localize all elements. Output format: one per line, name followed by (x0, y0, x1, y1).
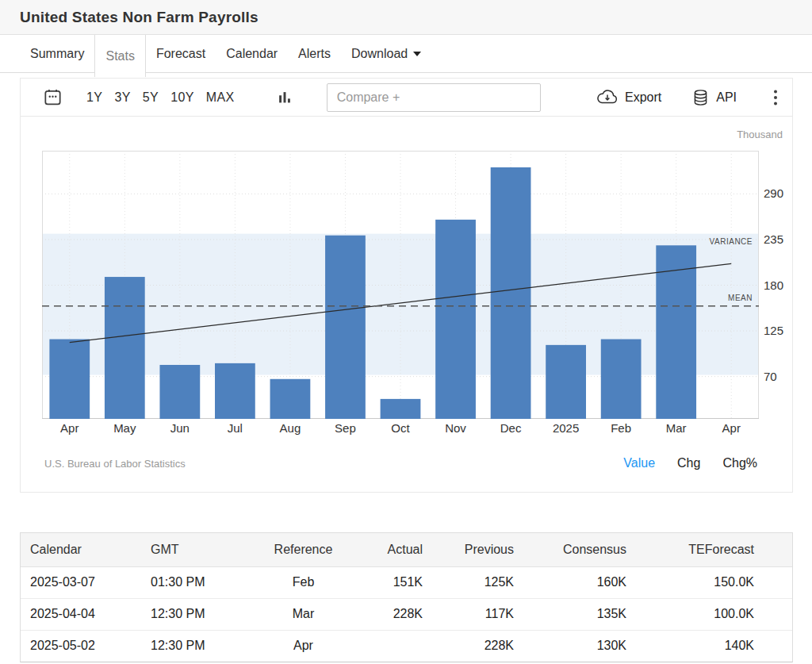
tab-calendar[interactable]: Calendar (216, 35, 288, 73)
chart-bar (215, 363, 255, 419)
chart-svg: VARIANCEMEAN (42, 151, 759, 419)
chart-bar (159, 365, 200, 419)
table-header-row: Calendar GMT Reference Actual Previous C… (21, 533, 792, 566)
chart-bar (435, 220, 476, 419)
y-tick-label: 290 (764, 186, 795, 200)
table-cell: Apr (262, 630, 345, 662)
value-link[interactable]: Value (623, 456, 655, 470)
range-selector: 1Y 3Y 5Y 10Y MAX (86, 90, 235, 105)
range-5y[interactable]: 5Y (143, 90, 159, 105)
chg-link[interactable]: Chg (677, 456, 700, 470)
compare-input[interactable] (327, 83, 541, 112)
calendar-icon (43, 87, 63, 107)
chart-toolbar: 1Y 3Y 5Y 10Y MAX Export (21, 79, 792, 117)
col-header-previous: Previous (432, 533, 523, 566)
table-cell: 01:30 PM (151, 566, 262, 598)
table-cell: 228K (345, 598, 432, 630)
page-title: United States Non Farm Payrolls (20, 9, 259, 26)
x-tick-label: Mar (653, 421, 700, 435)
tab-download[interactable]: Download (341, 35, 431, 73)
x-tick-label: Aug (266, 421, 314, 435)
table-cell: 228K (432, 630, 523, 662)
y-tick-label: 235 (764, 232, 795, 246)
kebab-menu-icon (773, 88, 778, 107)
export-label: Export (625, 90, 661, 105)
y-tick-label: 180 (764, 278, 795, 292)
table-cell: 100.0K (637, 598, 792, 630)
x-tick-label: May (101, 421, 148, 435)
variance-band (42, 234, 759, 375)
chart-bar (270, 379, 311, 419)
chg-pct-link[interactable]: Chg% (722, 456, 757, 470)
chart-bar (325, 236, 366, 419)
chart-bar (601, 340, 642, 419)
col-header-reference: Reference (262, 533, 345, 566)
table-cell: Feb (262, 566, 345, 598)
table-cell: 2025-03-07 (21, 566, 151, 598)
tab-summary[interactable]: Summary (20, 35, 94, 73)
range-3y[interactable]: 3Y (114, 90, 130, 105)
range-1y[interactable]: 1Y (86, 90, 102, 105)
table-cell: 150.0K (637, 566, 792, 598)
mean-label: MEAN (728, 294, 753, 302)
chart-footer: U.S. Bureau of Labor Statistics Value Ch… (21, 453, 792, 474)
x-tick-label: Sep (321, 421, 369, 435)
y-tick-label: 70 (764, 370, 795, 383)
col-header-teforecast: TEForecast (637, 533, 792, 566)
x-tick-label: Nov (432, 421, 480, 435)
cloud-download-icon (596, 89, 619, 106)
chart-area: Thousand VARIANCEMEAN 70125180235290 Apr… (21, 117, 792, 492)
y-axis-unit-label: Thousand (737, 129, 783, 140)
table-cell: 151K (345, 566, 432, 598)
table-cell: 12:30 PM (151, 630, 262, 662)
y-tick-label: 125 (764, 324, 795, 337)
api-button[interactable]: API (691, 88, 737, 107)
x-tick-label: Dec (487, 421, 534, 435)
toolbar-right-group: Export API (596, 88, 778, 107)
series-mode-links: Value Chg Chg% (623, 456, 757, 470)
title-bar: United States Non Farm Payrolls (0, 0, 812, 35)
x-tick-label: Feb (597, 421, 645, 435)
x-tick-label: 2025 (542, 421, 590, 435)
table-cell: 2025-05-02 (21, 630, 151, 662)
variance-label: VARIANCE (710, 237, 753, 246)
database-icon (691, 88, 710, 107)
table-body: 2025-03-0701:30 PMFeb151K125K160K150.0K2… (21, 566, 792, 662)
table-cell: 160K (523, 566, 637, 598)
x-tick-label: Apr (707, 421, 755, 435)
col-header-gmt: GMT (151, 533, 262, 566)
more-options-button[interactable] (773, 88, 778, 107)
range-max[interactable]: MAX (206, 90, 235, 105)
calendar-table: Calendar GMT Reference Actual Previous C… (20, 532, 793, 662)
x-tick-label: Jun (156, 421, 204, 435)
tab-alerts[interactable]: Alerts (288, 35, 341, 73)
chart-bar (105, 277, 145, 419)
calendar-range-button[interactable] (43, 87, 63, 107)
col-header-actual: Actual (345, 533, 432, 566)
table-cell (345, 630, 432, 662)
table-cell: 125K (432, 566, 523, 598)
chart-panel: 1Y 3Y 5Y 10Y MAX Export (20, 78, 793, 493)
chart-type-button[interactable] (276, 89, 293, 106)
export-button[interactable]: Export (596, 89, 661, 106)
table-row: 2025-04-0412:30 PMMar228K117K135K100.0K (21, 598, 792, 630)
table-row: 2025-03-0701:30 PMFeb151K125K160K150.0K (21, 566, 792, 598)
table-row: 2025-05-0212:30 PMApr228K130K140K (21, 630, 792, 662)
chart-bar (546, 345, 586, 419)
range-10y[interactable]: 10Y (170, 90, 194, 105)
x-tick-label: Jul (211, 421, 259, 435)
table-cell: 140K (637, 630, 792, 662)
x-tick-label: Oct (377, 421, 424, 435)
chevron-down-icon (413, 52, 421, 56)
bar-chart-type-icon (276, 89, 293, 106)
tab-download-label: Download (351, 47, 408, 61)
chart-bar (381, 399, 421, 419)
tab-stats[interactable]: Stats (94, 35, 145, 77)
tab-forecast[interactable]: Forecast (146, 35, 216, 73)
table-cell: 2025-04-04 (21, 598, 151, 630)
api-label: API (716, 90, 737, 105)
col-header-calendar: Calendar (21, 533, 151, 566)
table-cell: 130K (523, 630, 637, 662)
table-cell: 117K (432, 598, 523, 630)
chart-bar (491, 167, 531, 419)
